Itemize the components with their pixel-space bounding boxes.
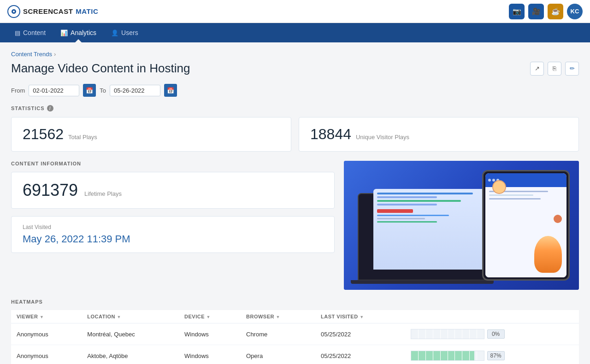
statistics-section-label: STATISTICS i: [11, 105, 579, 112]
viewer-cell: Anonymous: [11, 323, 82, 345]
bar-tick: [440, 329, 441, 339]
nav-item-analytics[interactable]: 📊 Analytics: [53, 23, 104, 42]
person-head: [492, 180, 506, 194]
date-range-row: From 📅 To 📅: [11, 84, 579, 97]
bar-tick: [454, 329, 455, 339]
heatmap-header-row: VIEWER ▼ LOCATION ▼ DEVICE ▼ BROWSER ▼ L…: [11, 310, 579, 323]
stats-row: 21562 Total Plays 18844 Unique Visitor P…: [11, 117, 579, 152]
breadcrumb-link[interactable]: Content Trends: [11, 51, 52, 58]
user-avatar[interactable]: KC: [567, 4, 583, 19]
screen-accent: [377, 209, 413, 213]
bar-tick: [469, 329, 470, 339]
bar-tick: [448, 329, 448, 339]
heatmap-thead: VIEWER ▼ LOCATION ▼ DEVICE ▼ BROWSER ▼ L…: [11, 310, 579, 323]
from-date-input[interactable]: [29, 85, 79, 96]
total-plays-number: 21562: [23, 126, 64, 143]
unique-plays-number: 18844: [310, 126, 351, 143]
nav-label-users: Users: [121, 29, 138, 36]
bar-tick: [477, 329, 477, 339]
bar-tick: [477, 351, 477, 360]
edit-button[interactable]: ✏: [565, 62, 579, 76]
bar-tick: [425, 351, 426, 360]
screen-line-1: [377, 193, 473, 194]
col-device[interactable]: DEVICE ▼: [179, 310, 241, 323]
bar-tick: [418, 351, 419, 360]
bar-percentage: 0%: [487, 329, 505, 339]
bar-fill: [411, 351, 474, 360]
total-plays-card: 21562 Total Plays: [11, 117, 291, 152]
last-visited-cell: 05/25/2022: [315, 323, 405, 345]
left-column: CONTENT INFORMATION 691379 Lifetime Play…: [11, 161, 335, 290]
heatmap-table: VIEWER ▼ LOCATION ▼ DEVICE ▼ BROWSER ▼ L…: [11, 310, 579, 364]
page-title: Manage Video Content in Hosting: [11, 61, 190, 76]
laptop-base: [351, 280, 494, 284]
coffee-button[interactable]: ☕: [548, 4, 563, 19]
bar-tick: [425, 329, 426, 339]
location-cell: Montréal, Quebec: [82, 323, 179, 345]
browser-cell: Chrome: [241, 323, 315, 345]
last-visited-value: May 26, 2022 11:39 PM: [23, 233, 323, 245]
nav-item-content[interactable]: ▤ Content: [7, 23, 53, 42]
heatmaps-section: HEATMAPS VIEWER ▼ LOCATION ▼ DEVICE ▼ BR…: [11, 299, 579, 364]
video-button[interactable]: 🎥: [528, 4, 544, 19]
screenshot-button[interactable]: 📷: [509, 4, 525, 19]
header-actions: 📷 🎥 ☕ KC: [509, 4, 583, 19]
bar-percentage: 87%: [487, 351, 505, 360]
heatmaps-section-label: HEATMAPS: [11, 299, 579, 305]
device-cell: Windows: [179, 345, 241, 364]
copy-button[interactable]: ⎘: [548, 62, 561, 76]
lifetime-plays-card: 691379 Lifetime Plays: [11, 172, 335, 209]
share-button[interactable]: ↗: [530, 62, 544, 76]
screen-line-5: [377, 215, 449, 216]
users-icon: 👤: [111, 29, 118, 36]
col-last-visited[interactable]: LAST VISITED ▼: [315, 310, 405, 323]
unique-plays-label: Unique Visitor Plays: [356, 134, 409, 141]
tablet-line-3: [489, 198, 541, 200]
page-title-row: Manage Video Content in Hosting ↗ ⎘ ✏: [11, 61, 579, 76]
content-info-section-label: CONTENT INFORMATION: [11, 161, 335, 166]
screen-line-6: [377, 218, 425, 219]
col-location[interactable]: LOCATION ▼: [82, 310, 179, 323]
bar-tick: [462, 351, 462, 360]
bar-background: [411, 329, 484, 339]
last-visited-card: Last Visited May 26, 2022 11:39 PM: [11, 216, 335, 253]
screen-line-3: [377, 200, 461, 202]
location-sort-icon: ▼: [117, 315, 121, 319]
analytics-icon: 📊: [60, 29, 68, 36]
to-date-input[interactable]: [110, 85, 160, 96]
table-row: Anonymous Aktobe, Aqtöbe Windows Opera 0…: [11, 345, 579, 364]
breadcrumb-separator: ›: [54, 51, 56, 58]
logo-icon: [7, 5, 20, 18]
screen-line-2: [377, 196, 437, 198]
bar-tick: [433, 351, 433, 360]
tablet-person: [534, 236, 562, 273]
to-calendar-button[interactable]: 📅: [164, 84, 177, 97]
col-browser[interactable]: BROWSER ▼: [241, 310, 315, 323]
tablet-screen-body: [485, 187, 566, 277]
two-col-layout: CONTENT INFORMATION 691379 Lifetime Play…: [11, 161, 579, 290]
tablet-line-2: [489, 194, 533, 196]
screen-line-7: [377, 221, 437, 223]
video-thumbnail: [344, 161, 579, 290]
last-visited-cell: 05/25/2022: [315, 345, 405, 364]
bar-cell: 0%: [405, 323, 579, 345]
tablet-shape: [482, 170, 570, 281]
tablet-dot-1: [488, 179, 491, 182]
col-viewer[interactable]: VIEWER ▼: [11, 310, 82, 323]
bar-tick: [448, 351, 448, 360]
bar-container: 0%: [411, 329, 573, 339]
nav-label-content: Content: [23, 29, 46, 36]
bar-tick: [440, 351, 441, 360]
screen-content: [373, 189, 501, 270]
nav-item-users[interactable]: 👤 Users: [104, 23, 146, 42]
content-icon: ▤: [15, 29, 20, 36]
unique-plays-card: 18844 Unique Visitor Plays: [299, 117, 579, 152]
bar-tick: [418, 329, 419, 339]
right-column: [344, 161, 579, 290]
lifetime-plays-label: Lifetime Plays: [84, 190, 122, 197]
bar-cell: 87%: [405, 345, 579, 364]
table-row: Anonymous Montréal, Quebec Windows Chrom…: [11, 323, 579, 345]
heatmap-tbody: Anonymous Montréal, Quebec Windows Chrom…: [11, 323, 579, 364]
from-calendar-button[interactable]: 📅: [83, 84, 96, 97]
location-cell: Aktobe, Aqtöbe: [82, 345, 179, 364]
